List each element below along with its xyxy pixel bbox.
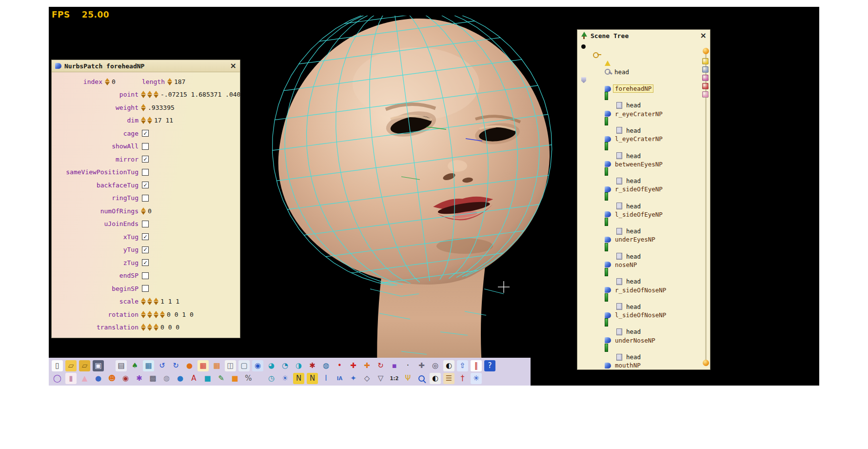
snowflake-tool-icon[interactable]: ✳ (471, 373, 482, 384)
checkbox-beginSP[interactable] (142, 285, 149, 292)
magnifier-icon[interactable] (416, 373, 427, 384)
pencil-icon[interactable]: ✎ (216, 373, 227, 384)
n-key-icon[interactable]: N (293, 373, 304, 384)
color-grid-icon[interactable]: ▦ (197, 360, 209, 371)
nurbs-panel-titlebar[interactable]: NurbsPatch foreheadNP × (52, 60, 240, 72)
spinner[interactable] (167, 78, 172, 85)
tree-item-label[interactable]: head (625, 227, 642, 235)
new-file-icon[interactable]: ▯ (52, 360, 63, 371)
tree-item-l_sideOfNoseNP[interactable]: l_sideOfNoseNP (577, 311, 710, 319)
redo-icon[interactable]: ↻ (170, 360, 181, 371)
palette-icon[interactable] (702, 75, 709, 81)
gray-sphere-icon[interactable]: ◍ (161, 373, 172, 384)
spinner[interactable] (141, 117, 146, 124)
i-beam-icon[interactable]: I (320, 373, 332, 384)
tree-item-label[interactable]: head (625, 253, 642, 260)
sphere-shape-icon[interactable]: ● (93, 373, 104, 384)
tree-item-noseNP[interactable]: noseNP (577, 261, 710, 269)
tree-item-label[interactable]: l_sideOfNoseNP (613, 311, 668, 319)
checker-icon[interactable]: ▩ (147, 373, 158, 384)
close-icon[interactable]: × (700, 32, 707, 40)
tree-item-head[interactable]: head (577, 327, 710, 336)
checkbox-cage[interactable]: ✓ (142, 130, 149, 137)
checkbox-mirror[interactable]: ✓ (142, 156, 149, 163)
clock-icon[interactable]: ◷ (266, 373, 277, 384)
crosshair-icon[interactable]: ◎ (430, 360, 441, 371)
spinner[interactable] (141, 207, 146, 215)
tree-item-label[interactable]: foreheadNP (613, 85, 653, 92)
mast-icon[interactable]: † (457, 373, 468, 384)
tree-item-head[interactable]: head (577, 277, 710, 286)
tree-item-label[interactable]: head (625, 303, 642, 310)
percent-icon[interactable]: % (243, 373, 254, 384)
diamond-tool-icon[interactable]: ◇ (361, 373, 373, 384)
ruler-icon[interactable]: ‖ (471, 360, 482, 371)
tree-item-label[interactable]: head (613, 68, 631, 76)
bee-icon[interactable] (702, 58, 709, 64)
circle-shape-icon[interactable]: ◯ (52, 373, 63, 384)
ribbon-icon[interactable]: ✱ (134, 373, 145, 384)
field-value-length[interactable]: 187 (174, 78, 185, 85)
n-key-arrow-icon[interactable]: N (307, 373, 318, 384)
spinner[interactable] (147, 298, 152, 305)
tree-item-label[interactable]: noseNP (613, 261, 638, 268)
spinner[interactable] (105, 78, 110, 85)
mini-ball-icon[interactable]: ● (175, 373, 186, 384)
tree-item-head[interactable]: head (577, 177, 710, 185)
orange-grid-icon[interactable]: ▦ (211, 360, 222, 371)
close-icon[interactable]: × (230, 62, 237, 70)
wire-sphere-icon[interactable]: ◉ (120, 373, 131, 384)
field-value-rotation[interactable]: 0 0 1 0 (167, 311, 194, 318)
tree-item-label[interactable]: head (625, 328, 642, 335)
tree-item-label[interactable]: l_sideOfEyeNP (613, 211, 664, 218)
tree-item-head[interactable]: head (577, 126, 710, 135)
tree-item-head[interactable]: head (577, 353, 710, 361)
tree-item-underEyesNP[interactable]: underEyesNP (577, 235, 710, 244)
spinner[interactable] (154, 298, 158, 305)
light-icon[interactable]: ☀ (279, 373, 291, 384)
wire-cube-icon[interactable]: ◫ (225, 360, 236, 371)
tree-item-r_eyeCraterNP[interactable]: r_eyeCraterNP (577, 110, 710, 118)
magnet-icon[interactable] (702, 91, 709, 98)
texture-ball3-icon[interactable]: ◑ (293, 360, 304, 371)
tree-item-label[interactable]: r_sideOfNoseNP (613, 286, 668, 294)
spinner[interactable] (147, 311, 152, 318)
tree-item-r_sideOfNoseNP[interactable]: r_sideOfNoseNP (577, 286, 710, 294)
spinner[interactable] (141, 324, 146, 331)
pan-tool-icon[interactable]: ✚ (416, 360, 427, 371)
purple-node-icon[interactable]: ▪ (389, 360, 400, 371)
tree-item-label[interactable]: betweenEyesNP (613, 161, 664, 168)
tree-item-betweenEyesNP[interactable]: betweenEyesNP (577, 160, 710, 168)
tree-item-label[interactable]: l_eyeCraterNP (613, 135, 664, 143)
cylinder-shape-icon[interactable]: ▮ (65, 373, 77, 384)
letter-a-icon[interactable]: A (188, 373, 199, 384)
tree-item-l_sideOfEyeNP[interactable]: l_sideOfEyeNP (577, 210, 710, 219)
field-value-index[interactable]: 0 (112, 78, 136, 85)
panda-icon[interactable]: ◐ (443, 360, 454, 371)
tree-item-label[interactable]: head (625, 152, 642, 160)
spinner[interactable] (147, 91, 152, 98)
checkbox-showAll[interactable] (142, 143, 149, 150)
field-value-scale[interactable]: 1 1 1 (160, 298, 179, 305)
tree-item-head[interactable]: head (577, 68, 710, 76)
texture-ball-icon[interactable]: ◕ (266, 360, 277, 371)
tree-item-label[interactable]: head (625, 203, 642, 210)
point-icon[interactable]: · (402, 360, 414, 371)
tree-item-l_eyeCraterNP[interactable]: l_eyeCraterNP (577, 135, 710, 143)
open-model-icon[interactable]: ▱ (79, 360, 90, 371)
tree-item-head[interactable]: head (577, 227, 710, 235)
spinner[interactable] (141, 104, 146, 111)
spinner[interactable] (154, 324, 158, 331)
checkbox-yTug[interactable]: ✓ (142, 246, 149, 253)
orange-panel-icon[interactable]: ■ (229, 373, 240, 384)
checkbox-xTug[interactable]: ✓ (142, 233, 149, 240)
3d-viewport[interactable]: FPS 25.00 (49, 7, 819, 386)
field-value-weight[interactable]: .933395 (148, 104, 175, 111)
tree-item-r_sideOfEyeNP[interactable]: r_sideOfEyeNP (577, 185, 710, 193)
tree-item-label[interactable]: head (625, 177, 642, 184)
panda-face-icon[interactable]: ◐ (430, 373, 441, 384)
spiky-ball-icon[interactable]: ✱ (307, 360, 318, 371)
shaded-sphere-icon[interactable]: ● (184, 360, 195, 371)
tree-item-head[interactable]: head (577, 252, 710, 261)
field-value-point[interactable]: -.07215 1.685371 .04076 (160, 91, 240, 98)
